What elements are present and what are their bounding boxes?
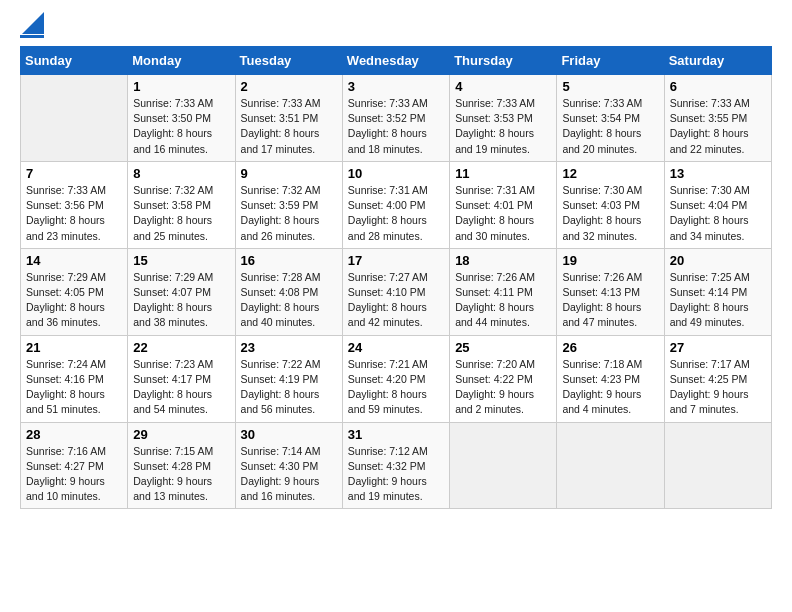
day-number: 8 [133,166,229,181]
logo-underline [20,35,44,38]
day-info: Sunrise: 7:32 AM Sunset: 3:59 PM Dayligh… [241,183,337,244]
day-number: 14 [26,253,122,268]
day-info: Sunrise: 7:22 AM Sunset: 4:19 PM Dayligh… [241,357,337,418]
column-header-thursday: Thursday [450,47,557,75]
day-cell: 18Sunrise: 7:26 AM Sunset: 4:11 PM Dayli… [450,248,557,335]
week-row-1: 1Sunrise: 7:33 AM Sunset: 3:50 PM Daylig… [21,75,772,162]
day-number: 19 [562,253,658,268]
day-info: Sunrise: 7:31 AM Sunset: 4:00 PM Dayligh… [348,183,444,244]
week-row-5: 28Sunrise: 7:16 AM Sunset: 4:27 PM Dayli… [21,422,772,509]
day-cell: 17Sunrise: 7:27 AM Sunset: 4:10 PM Dayli… [342,248,449,335]
svg-marker-0 [22,12,44,34]
day-number: 25 [455,340,551,355]
day-info: Sunrise: 7:21 AM Sunset: 4:20 PM Dayligh… [348,357,444,418]
day-number: 7 [26,166,122,181]
day-number: 18 [455,253,551,268]
day-number: 28 [26,427,122,442]
day-cell: 6Sunrise: 7:33 AM Sunset: 3:55 PM Daylig… [664,75,771,162]
day-info: Sunrise: 7:33 AM Sunset: 3:56 PM Dayligh… [26,183,122,244]
day-info: Sunrise: 7:33 AM Sunset: 3:53 PM Dayligh… [455,96,551,157]
day-cell: 28Sunrise: 7:16 AM Sunset: 4:27 PM Dayli… [21,422,128,509]
day-number: 20 [670,253,766,268]
day-number: 29 [133,427,229,442]
day-number: 2 [241,79,337,94]
logo [20,16,44,38]
day-info: Sunrise: 7:23 AM Sunset: 4:17 PM Dayligh… [133,357,229,418]
day-info: Sunrise: 7:29 AM Sunset: 4:07 PM Dayligh… [133,270,229,331]
day-info: Sunrise: 7:32 AM Sunset: 3:58 PM Dayligh… [133,183,229,244]
day-cell: 30Sunrise: 7:14 AM Sunset: 4:30 PM Dayli… [235,422,342,509]
logo-arrow-icon [22,12,44,34]
day-info: Sunrise: 7:25 AM Sunset: 4:14 PM Dayligh… [670,270,766,331]
day-cell: 31Sunrise: 7:12 AM Sunset: 4:32 PM Dayli… [342,422,449,509]
day-cell [664,422,771,509]
day-number: 4 [455,79,551,94]
day-info: Sunrise: 7:18 AM Sunset: 4:23 PM Dayligh… [562,357,658,418]
day-number: 16 [241,253,337,268]
day-number: 3 [348,79,444,94]
page-header [20,16,772,38]
day-cell: 7Sunrise: 7:33 AM Sunset: 3:56 PM Daylig… [21,161,128,248]
day-number: 6 [670,79,766,94]
day-cell: 1Sunrise: 7:33 AM Sunset: 3:50 PM Daylig… [128,75,235,162]
day-cell: 21Sunrise: 7:24 AM Sunset: 4:16 PM Dayli… [21,335,128,422]
column-header-sunday: Sunday [21,47,128,75]
day-info: Sunrise: 7:30 AM Sunset: 4:04 PM Dayligh… [670,183,766,244]
day-info: Sunrise: 7:17 AM Sunset: 4:25 PM Dayligh… [670,357,766,418]
day-number: 26 [562,340,658,355]
day-cell: 11Sunrise: 7:31 AM Sunset: 4:01 PM Dayli… [450,161,557,248]
day-cell: 16Sunrise: 7:28 AM Sunset: 4:08 PM Dayli… [235,248,342,335]
day-info: Sunrise: 7:27 AM Sunset: 4:10 PM Dayligh… [348,270,444,331]
day-info: Sunrise: 7:33 AM Sunset: 3:51 PM Dayligh… [241,96,337,157]
day-cell: 10Sunrise: 7:31 AM Sunset: 4:00 PM Dayli… [342,161,449,248]
day-number: 10 [348,166,444,181]
day-info: Sunrise: 7:15 AM Sunset: 4:28 PM Dayligh… [133,444,229,505]
day-cell: 24Sunrise: 7:21 AM Sunset: 4:20 PM Dayli… [342,335,449,422]
day-cell: 4Sunrise: 7:33 AM Sunset: 3:53 PM Daylig… [450,75,557,162]
day-info: Sunrise: 7:26 AM Sunset: 4:13 PM Dayligh… [562,270,658,331]
day-info: Sunrise: 7:30 AM Sunset: 4:03 PM Dayligh… [562,183,658,244]
day-info: Sunrise: 7:14 AM Sunset: 4:30 PM Dayligh… [241,444,337,505]
day-cell: 15Sunrise: 7:29 AM Sunset: 4:07 PM Dayli… [128,248,235,335]
day-info: Sunrise: 7:12 AM Sunset: 4:32 PM Dayligh… [348,444,444,505]
day-info: Sunrise: 7:33 AM Sunset: 3:54 PM Dayligh… [562,96,658,157]
day-number: 17 [348,253,444,268]
day-cell: 19Sunrise: 7:26 AM Sunset: 4:13 PM Dayli… [557,248,664,335]
day-cell: 23Sunrise: 7:22 AM Sunset: 4:19 PM Dayli… [235,335,342,422]
day-number: 12 [562,166,658,181]
header-row: SundayMondayTuesdayWednesdayThursdayFrid… [21,47,772,75]
day-cell [557,422,664,509]
week-row-4: 21Sunrise: 7:24 AM Sunset: 4:16 PM Dayli… [21,335,772,422]
day-cell: 2Sunrise: 7:33 AM Sunset: 3:51 PM Daylig… [235,75,342,162]
day-info: Sunrise: 7:33 AM Sunset: 3:52 PM Dayligh… [348,96,444,157]
day-number: 13 [670,166,766,181]
day-number: 30 [241,427,337,442]
column-header-tuesday: Tuesday [235,47,342,75]
day-info: Sunrise: 7:29 AM Sunset: 4:05 PM Dayligh… [26,270,122,331]
day-number: 21 [26,340,122,355]
day-cell: 9Sunrise: 7:32 AM Sunset: 3:59 PM Daylig… [235,161,342,248]
week-row-2: 7Sunrise: 7:33 AM Sunset: 3:56 PM Daylig… [21,161,772,248]
day-number: 23 [241,340,337,355]
column-header-saturday: Saturday [664,47,771,75]
day-cell: 5Sunrise: 7:33 AM Sunset: 3:54 PM Daylig… [557,75,664,162]
day-number: 24 [348,340,444,355]
day-info: Sunrise: 7:24 AM Sunset: 4:16 PM Dayligh… [26,357,122,418]
day-cell: 20Sunrise: 7:25 AM Sunset: 4:14 PM Dayli… [664,248,771,335]
day-info: Sunrise: 7:31 AM Sunset: 4:01 PM Dayligh… [455,183,551,244]
day-number: 22 [133,340,229,355]
day-number: 15 [133,253,229,268]
day-cell [450,422,557,509]
day-info: Sunrise: 7:28 AM Sunset: 4:08 PM Dayligh… [241,270,337,331]
day-number: 31 [348,427,444,442]
day-cell: 26Sunrise: 7:18 AM Sunset: 4:23 PM Dayli… [557,335,664,422]
day-cell: 22Sunrise: 7:23 AM Sunset: 4:17 PM Dayli… [128,335,235,422]
day-cell: 13Sunrise: 7:30 AM Sunset: 4:04 PM Dayli… [664,161,771,248]
day-cell: 12Sunrise: 7:30 AM Sunset: 4:03 PM Dayli… [557,161,664,248]
day-number: 5 [562,79,658,94]
day-cell: 8Sunrise: 7:32 AM Sunset: 3:58 PM Daylig… [128,161,235,248]
calendar-table: SundayMondayTuesdayWednesdayThursdayFrid… [20,46,772,509]
column-header-monday: Monday [128,47,235,75]
day-number: 11 [455,166,551,181]
day-info: Sunrise: 7:33 AM Sunset: 3:55 PM Dayligh… [670,96,766,157]
